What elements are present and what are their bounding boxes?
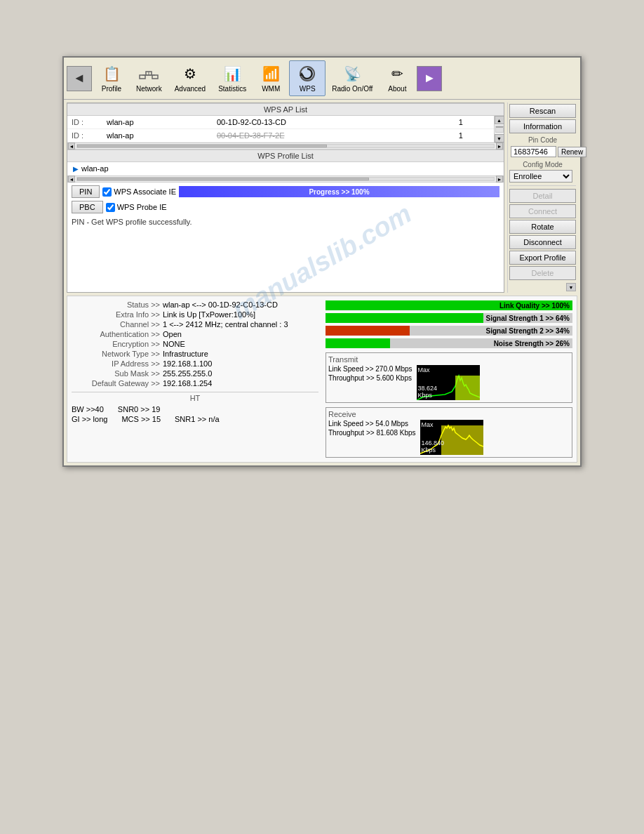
transmit-title: Transmit [328,355,570,364]
wps-associate-ie-label: WPS Associate IE [114,187,176,196]
status-row-status: Status >> wlan-ap <--> 00-1D-92-C0-13-CD [72,300,318,309]
pin-button[interactable]: PIN [72,185,100,198]
signal1-bar: Signal Strength 1 >> 64% [326,313,572,323]
status-panel: Status >> wlan-ap <--> 00-1D-92-C0-13-CD… [67,296,577,463]
status-left: Status >> wlan-ap <--> 00-1D-92-C0-13-CD… [72,300,318,458]
network-icon [137,64,160,84]
tab-about[interactable]: ✏ About [379,60,415,96]
export-profile-button[interactable]: Export Profile [509,251,576,265]
transmit-group: Transmit Link Speed >> 270.0 Mbps Throug… [326,352,572,403]
ap-list-scrollbar[interactable]: ▲ ▼ [494,116,504,143]
ap-list-table: ID : wlan-ap 00-1D-92-C0-13-CD 1 ID : wl… [67,116,494,143]
status-grid: Status >> wlan-ap <--> 00-1D-92-C0-13-CD… [72,300,572,458]
toolbar: ◄ 📋 Profile Network ⚙ Advanced 📊 Statist… [64,58,580,100]
forward-button[interactable]: ► [417,66,442,91]
main-window: ◄ 📋 Profile Network ⚙ Advanced 📊 Statist… [62,56,582,467]
pin-code-row: Renew [509,145,576,158]
transmit-content: Link Speed >> 270.0 Mbps Throughput >> 5… [328,365,570,400]
wps-associate-ie-checkbox[interactable] [102,187,112,197]
profile-scroll-right[interactable]: ► [496,176,503,183]
ap-row-2[interactable]: ID : wlan-ap 00-04-ED-38-F7-2E 1 [67,129,494,143]
connect-button[interactable]: Connect [509,204,576,218]
statistics-icon: 📊 [221,64,243,84]
signal1-label: Signal Strength 1 >> 64% [486,315,570,322]
ap-id-label-2: ID : [67,129,102,143]
right-column: Link Quality >> 100% Signal Strength 1 >… [326,300,572,458]
ht-header: HT [72,394,318,402]
wps-icon [296,64,318,84]
ht-snr0: SNR0 >> 19 [118,405,161,413]
rescan-button[interactable]: Rescan [509,104,576,118]
ap-channel-2: 1 [455,129,494,143]
scroll-down-arrow[interactable]: ▼ [495,134,504,143]
signal1-fill [326,313,483,323]
back-button[interactable]: ◄ [67,66,92,91]
network-tab-label: Network [136,85,162,93]
status-label: Status >> [72,300,163,309]
signal-link-quality: Link Quality >> 100% [326,300,572,310]
pin-code-input[interactable] [511,146,556,157]
wmm-tab-label: WMM [262,85,280,93]
radio-tab-label: Radio On/Off [332,85,373,93]
status-row-ip: IP Address >> 192.168.1.100 [72,359,318,368]
ap-mac-2: 00-04-ED-38-F7-2E [213,129,455,143]
advanced-tab-label: Advanced [175,85,206,93]
transmit-value: 38.624 Kbps [418,385,438,399]
signal-section: Link Quality >> 100% Signal Strength 1 >… [326,300,572,348]
ap-name-1: wlan-ap [102,116,213,129]
ap-name-2: wlan-ap [102,129,213,143]
scroll-up-arrow[interactable]: ▲ [495,116,504,124]
profile-scroll-left[interactable]: ◄ [68,176,75,183]
wmm-icon: 📶 [260,64,282,84]
delete-button[interactable]: Delete [509,266,576,280]
transmit-chart: Max 38.624 Kbps [417,365,480,400]
profile-row[interactable]: ▶ wlan-ap [67,162,504,175]
svg-rect-0 [140,75,145,79]
signal-strength-1: Signal Strength 1 >> 64% [326,313,572,323]
encryption-val: NONE [163,340,185,348]
tab-statistics[interactable]: 📊 Statistics [212,60,253,96]
profile-icon: 📋 [100,64,123,84]
scroll-left-arrow[interactable]: ◄ [68,143,75,150]
receive-link-speed: Link Speed >> 54.0 Mbps [328,420,416,428]
wps-profile-list-header: WPS Profile List [67,150,504,162]
channel-label: Channel >> [72,320,163,329]
noise-label: Noise Strength >> 26% [494,340,570,348]
pbc-button[interactable]: PBC [72,201,103,213]
signal-strength-2: Signal Strength 2 >> 34% [326,326,572,336]
renew-button[interactable]: Renew [558,147,586,157]
wps-probe-ie-label: WPS Probe IE [117,203,167,211]
ht-gi: GI >> long [72,415,107,423]
rotate-button[interactable]: Rotate [509,220,576,234]
tab-wps[interactable]: WPS [289,60,326,96]
status-row-network-type: Network Type >> Infrastructure [72,350,318,358]
status-row-channel: Channel >> 1 <--> 2412 MHz; central chan… [72,320,318,329]
wps-probe-ie-checkbox[interactable] [106,203,115,212]
disconnect-button[interactable]: Disconnect [509,235,576,249]
scroll-right-arrow[interactable]: ► [496,143,503,150]
wps-tab-label: WPS [300,85,316,93]
scroll-thumb [496,126,503,128]
tab-radio[interactable]: 📡 Radio On/Off [326,60,379,96]
divider-1 [509,185,576,186]
ap-list-hscrollbar[interactable]: ◄ ► [67,143,504,150]
receive-stats: Link Speed >> 54.0 Mbps Throughput >> 81… [328,420,416,437]
signal2-fill [326,326,410,336]
tab-advanced[interactable]: ⚙ Advanced [168,60,212,96]
ht-bw: BW >>40 [72,405,104,413]
wps-ap-list-header: WPS AP List [67,103,504,116]
right-panel: Rescan Information Pin Code Renew Config… [507,102,577,293]
gateway-label: Default Gateway >> [72,379,163,388]
information-button[interactable]: Information [509,119,576,133]
tab-profile[interactable]: 📋 Profile [93,60,130,96]
tab-wmm[interactable]: 📶 WMM [253,60,289,96]
config-mode-select[interactable]: Enrollee Registrar [509,170,572,183]
ap-row-1[interactable]: ID : wlan-ap 00-1D-92-C0-13-CD 1 [67,116,494,129]
profile-hscrollbar[interactable]: ◄ ► [67,176,504,183]
tab-network[interactable]: Network [130,60,168,96]
detail-button[interactable]: Detail [509,189,576,203]
svg-rect-2 [152,75,158,79]
ht-mcs: MCS >> 15 [121,415,161,423]
receive-value: 146.840 Kbps [422,439,445,454]
right-scroll-down[interactable]: ▼ [566,283,576,291]
